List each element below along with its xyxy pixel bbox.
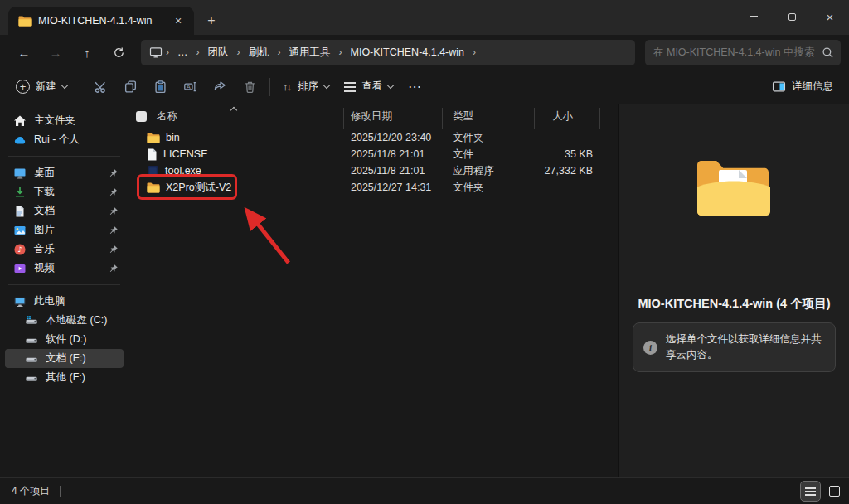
file-date: 2025/12/27 14:31 (343, 182, 442, 193)
rename-button[interactable]: A (175, 74, 205, 100)
breadcrumb[interactable]: › … › 团队 › 刷机 › 通用工具 › MIO-KITCHEN-4.1.4… (141, 40, 635, 65)
divider (60, 486, 61, 497)
chevron-right-icon: › (471, 46, 478, 58)
breadcrumb-overflow[interactable]: … (172, 44, 193, 61)
sidebar-item-documents[interactable]: 文档 (5, 201, 124, 220)
sidebar-item-videos[interactable]: 视频 (5, 259, 124, 278)
refresh-button[interactable] (104, 40, 133, 65)
details-title: MIO-KITCHEN-4.1.4-win (4 个项目) (619, 296, 849, 312)
explorer-tab[interactable]: MIO-KITCHEN-4.1.4-win × (8, 7, 194, 35)
paste-button[interactable] (145, 74, 175, 100)
maximize-icon (788, 13, 796, 21)
new-tab-button[interactable]: + (199, 9, 224, 32)
column-header-size[interactable]: 大小 (534, 109, 599, 124)
file-row-x2pro[interactable]: X2Pro测试-V2 2025/12/27 14:31 文件夹 (129, 179, 618, 196)
column-divider[interactable] (442, 108, 443, 129)
column-divider[interactable] (534, 108, 535, 129)
file-size: 35 KB (534, 148, 599, 160)
column-divider[interactable] (343, 108, 344, 129)
breadcrumb-item[interactable]: 刷机 (244, 43, 274, 62)
sidebar-item-onedrive[interactable]: Rui - 个人 (5, 130, 124, 149)
this-pc-icon (13, 295, 27, 308)
column-header-date[interactable]: 修改日期 (343, 109, 442, 124)
breadcrumb-item-current[interactable]: MIO-KITCHEN-4.1.4-win (346, 44, 470, 61)
view-button[interactable]: 查看 (337, 74, 400, 100)
delete-button[interactable] (235, 74, 264, 100)
file-type: 文件 (442, 148, 534, 162)
minimize-icon (750, 16, 758, 17)
copy-button[interactable] (115, 74, 145, 100)
sidebar-item-downloads[interactable]: 下载 (5, 182, 124, 201)
drive-icon (25, 333, 38, 346)
paste-icon (153, 80, 167, 94)
more-options-button[interactable]: ⋯ (400, 74, 429, 100)
pictures-icon (13, 224, 27, 237)
column-label: 名称 (157, 109, 177, 124)
drive-icon (25, 371, 38, 385)
file-date: 2025/11/8 21:01 (343, 165, 442, 177)
forward-button[interactable]: → (41, 40, 70, 65)
sidebar-item-pictures[interactable]: 图片 (5, 220, 124, 240)
details-pane-toggle[interactable]: 详细信息 (764, 74, 841, 100)
main-area: 主文件夹 Rui - 个人 桌面 (0, 104, 849, 477)
sidebar-item-this-pc[interactable]: 此电脑 (5, 292, 124, 311)
sidebar-item-label: 下载 (34, 185, 55, 199)
sidebar-item-drive-c[interactable]: 本地磁盘 (C:) (5, 311, 124, 330)
sort-button[interactable]: ↑↓ 排序 (275, 74, 337, 100)
details-view-button[interactable] (801, 482, 820, 501)
new-button[interactable]: + 新建 (8, 74, 75, 100)
info-icon: i (643, 341, 657, 355)
search-input[interactable] (653, 46, 822, 58)
pin-icon (109, 245, 119, 254)
pin-icon (109, 264, 119, 274)
pin-icon (109, 187, 119, 197)
share-button[interactable] (205, 74, 235, 100)
file-list: 名称 修改日期 类型 大小 bin (129, 104, 618, 477)
folder-icon (18, 16, 32, 27)
back-button[interactable]: ← (10, 40, 38, 65)
copy-icon (124, 80, 138, 94)
search-box[interactable] (645, 40, 841, 65)
sidebar-item-music[interactable]: ♪ 音乐 (5, 240, 124, 259)
ellipsis-icon: ⋯ (408, 79, 422, 94)
breadcrumb-item[interactable]: 团队 (203, 43, 234, 62)
column-divider[interactable] (599, 108, 600, 129)
sidebar-item-drive-f[interactable]: 其他 (F:) (5, 368, 124, 387)
chevron-right-icon: › (276, 46, 283, 58)
file-name: LICENSE (163, 148, 208, 160)
large-icons-view-button[interactable] (825, 482, 844, 501)
sidebar-item-home[interactable]: 主文件夹 (5, 111, 124, 130)
up-button[interactable]: ↑ (73, 40, 101, 65)
sidebar-item-desktop[interactable]: 桌面 (5, 163, 124, 182)
file-row-tool-exe[interactable]: tool.exe 2025/11/8 21:01 应用程序 27,332 KB (129, 162, 618, 179)
select-all-checkbox[interactable] (136, 111, 147, 122)
cut-button[interactable] (85, 74, 115, 100)
close-button[interactable]: × (811, 0, 849, 33)
file-row-bin[interactable]: bin 2025/12/20 23:40 文件夹 (129, 129, 618, 146)
sidebar-item-label: 其他 (F:) (46, 371, 85, 385)
document-icon (13, 205, 27, 218)
divider (80, 78, 80, 96)
view-toggle-buttons (801, 482, 844, 501)
view-label: 查看 (361, 80, 382, 94)
column-header-type[interactable]: 类型 (442, 109, 534, 124)
sidebar-item-label: Rui - 个人 (34, 133, 80, 147)
sidebar-item-drive-e[interactable]: 文档 (E:) (5, 349, 124, 368)
large-folder-icon (696, 158, 772, 217)
scissors-icon (94, 80, 108, 94)
file-row-license[interactable]: LICENSE 2025/11/8 21:01 文件 35 KB (129, 146, 618, 162)
minimize-button[interactable] (735, 0, 773, 33)
svg-text:♪: ♪ (17, 245, 22, 254)
download-icon (13, 186, 27, 199)
search-icon (822, 46, 834, 59)
tab-close-icon[interactable]: × (169, 12, 187, 30)
maximize-button[interactable] (773, 0, 811, 33)
sidebar-item-label: 音乐 (34, 242, 55, 256)
sidebar-item-drive-d[interactable]: 软件 (D:) (5, 330, 124, 349)
pin-icon (109, 168, 119, 178)
file-type: 文件夹 (442, 181, 534, 195)
breadcrumb-item[interactable]: 通用工具 (284, 43, 336, 62)
file-name: bin (166, 132, 180, 143)
pin-icon (109, 225, 119, 235)
chevron-down-icon (61, 82, 68, 89)
